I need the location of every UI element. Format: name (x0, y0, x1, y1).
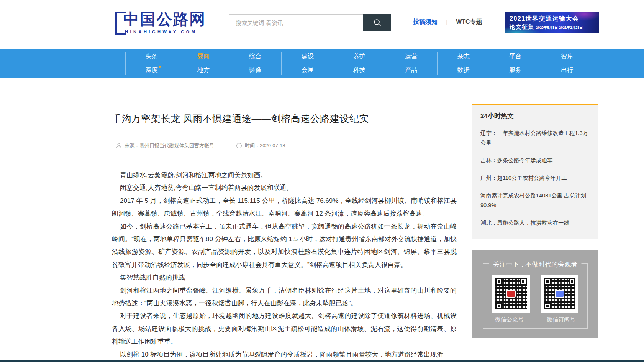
qr-finder-icon (520, 278, 527, 285)
qr-finder-icon (544, 278, 551, 285)
article-title: 千沟万壑架长龙 风雨不惧建通途——剑榕高速公路建设纪实 (112, 112, 457, 125)
nav-col-zonghe: 综合 影像 (229, 52, 281, 75)
paragraph: 以剑榕 10 标项目为例，该项目所处地质为节理裂隙发育的变质板岩，降雨频繁且雨量… (112, 348, 457, 361)
nav-item-difang[interactable]: 地方 (197, 66, 210, 74)
hot-item[interactable]: 湖北：恩施公路人，抗洪救灾在一线 (480, 218, 590, 228)
logo-title: 中国公路网 (123, 10, 206, 28)
qr-finder-icon (495, 278, 502, 285)
wechat-follow-panel: 关注一下，不做时代的旁观者 微信公众号 微 (472, 250, 598, 338)
qr-finder-icon (495, 303, 502, 309)
paragraph: 闭塞交通,人穷地贫,弯弯山路一直制约着两县的发展和联通。 (112, 181, 457, 194)
paragraph: 如今，剑榕高速公路已基本完工，虽未正式通车，但从高空眺望，宽阔通畅的高速公路犹如… (112, 220, 457, 272)
logo-subtitle: HINAHIGHWAY.COM (125, 30, 206, 34)
nav-item-fuwu[interactable]: 服务 (509, 66, 521, 74)
banner-dates: 2020年5月8日-2021年2月28日 (536, 25, 583, 30)
qr-label-subscription: 微信订阅号 (547, 316, 575, 323)
wtc-topic-link[interactable]: WTC专题 (456, 18, 482, 26)
conference-banner[interactable]: 2021世界交通运输大会 论文征集 2020年5月8日-2021年2月28日 (505, 12, 599, 33)
nav-item-yingxiang[interactable]: 影像 (249, 66, 261, 74)
hot-item[interactable]: 辽宁：三年实施农村公路维修改造工程1.3万公里 (480, 128, 590, 148)
paragraph: 对于建设者来说，生态越原始，环境越幽闭的地方建设难度就越大。剑榕高速的建设除了便… (112, 309, 457, 348)
search-icon (373, 18, 382, 27)
qr-finder-icon (544, 303, 551, 309)
site-logo[interactable]: 中国公路网 HINAHIGHWAY.COM (115, 10, 206, 37)
submission-notice-link[interactable]: 投稿须知 (413, 18, 438, 26)
follow-panel-title: 关注一下，不做时代的旁观者 (489, 260, 582, 269)
nav-item-shuju[interactable]: 数据 (457, 66, 470, 74)
qr-label-official: 微信公众号 (495, 316, 524, 323)
nav-item-huizhan[interactable]: 会展 (302, 66, 314, 74)
main-nav: 头条 深度 要闻 地方 综合 影像 建设 会展 养护 科技 运营 产品 (0, 49, 644, 78)
nav-item-chuxing[interactable]: 出行 (561, 66, 573, 74)
link-separator: | (446, 19, 447, 26)
nav-item-yanghu[interactable]: 养护 (353, 53, 365, 60)
qr-center-logo (506, 290, 516, 298)
page: 中国公路网 HINAHIGHWAY.COM 投稿须知 | WTC专题 2021世… (0, 0, 644, 362)
nav-item-jianshe[interactable]: 建设 (302, 53, 314, 60)
wechat-subscription-qr-code (541, 275, 578, 313)
nav-item-yunying[interactable]: 运营 (405, 53, 417, 60)
qr-center-logo (555, 290, 564, 298)
banner-title: 2021世界交通运输大会 (510, 15, 599, 23)
nav-item-toutiao[interactable]: 头条 (146, 53, 158, 60)
nav-col-toutiao: 头条 深度 (126, 52, 177, 75)
nav-col-yaowen: 要闻 地方 (177, 52, 229, 75)
nav-item-pingtai[interactable]: 平台 (509, 53, 521, 60)
clock-icon (236, 143, 242, 149)
search-button[interactable] (363, 14, 391, 31)
paragraph: 2017 年 5 月，剑榕高速正式动工，全长 115.115 公里，桥隧比高达 … (112, 194, 457, 220)
qr-finder-icon (569, 278, 575, 285)
footer-bar (0, 360, 644, 362)
article-source: 来源：贵州日报当代融媒体集团官方帐号 (116, 142, 214, 149)
nav-col-zhiku: 智库 出行 (541, 52, 593, 75)
nav-col-jianshe: 建设 会展 (281, 52, 333, 75)
nav-col-zazhi: 杂志 数据 (437, 52, 489, 75)
nav-col-pingtai: 平台 服务 (489, 52, 541, 75)
hot-articles-panel: 24小时热文 辽宁：三年实施农村公路维修改造工程1.3万公里 吉林：多条公路今年… (472, 104, 598, 239)
author-icon (116, 143, 122, 149)
nav-item-chanpin[interactable]: 产品 (405, 66, 417, 74)
site-header: 中国公路网 HINAHIGHWAY.COM 投稿须知 | WTC专题 2021世… (0, 0, 644, 49)
paragraph: 青山绿水,云蒸霞蔚,剑河和榕江两地之间美景如画。 (112, 169, 457, 181)
hot-item[interactable]: 海南累计完成农村公路14081公里 占总计划90.9% (480, 191, 590, 210)
nav-item-yaowen-active[interactable]: 要闻 (197, 53, 210, 60)
paragraph: 剑河和榕江两地之间重峦叠嶂、江河纵横、景象万千，清朝名臣林则徐在行经这片土地，对… (112, 284, 457, 310)
new-dot-badge (159, 66, 161, 68)
banner-subtitle: 论文征集 (510, 23, 534, 31)
paragraph-subheading: 集智慧战胜自然的挑战 (112, 271, 457, 284)
hot-item[interactable]: 广州：超110公里农村公路今年开工 (480, 173, 590, 183)
search-bar (229, 14, 391, 31)
nav-item-zhiku[interactable]: 智库 (561, 53, 573, 60)
nav-item-keji[interactable]: 科技 (353, 66, 365, 74)
wechat-official-qr-code (492, 275, 530, 313)
article-time: 时间：2020-07-18 (236, 142, 285, 149)
search-input[interactable] (229, 14, 363, 31)
nav-item-zonghe[interactable]: 综合 (249, 53, 261, 60)
nav-item-zazhi[interactable]: 杂志 (457, 53, 470, 60)
nav-col-yunying: 运营 产品 (385, 52, 437, 75)
header-links: 投稿须知 | WTC专题 (413, 18, 482, 26)
article-meta: 来源：贵州日报当代融媒体集团官方帐号 时间：2020-07-18 (116, 141, 285, 150)
hot-item[interactable]: 吉林：多条公路今年建成通车 (480, 156, 590, 165)
hot-panel-title: 24小时热文 (480, 112, 590, 120)
nav-item-shendu[interactable]: 深度 (146, 66, 158, 74)
article-body: 青山绿水,云蒸霞蔚,剑河和榕江两地之间美景如画。 闭塞交通,人穷地贫,弯弯山路一… (112, 169, 457, 361)
meta-divider (112, 161, 457, 161)
nav-col-yanghu: 养护 科技 (333, 52, 385, 75)
